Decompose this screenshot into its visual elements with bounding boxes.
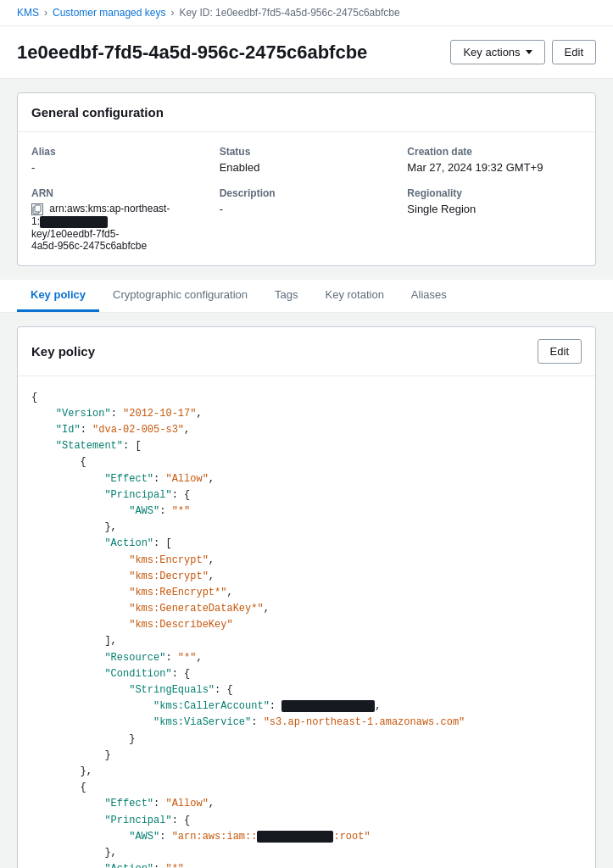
breadcrumb-kms[interactable]: KMS <box>17 7 39 19</box>
alias-value: - <box>31 161 206 174</box>
description-label: Description <box>220 187 394 199</box>
arn-field: ARN arn:aws:kms:ap-northeast- 1: key/1e0… <box>31 187 206 252</box>
arn-label: ARN <box>31 187 206 199</box>
page-header: 1e0eedbf-7fd5-4a5d-956c-2475c6abfcbe Key… <box>0 26 613 79</box>
status-label: Status <box>220 146 394 158</box>
tab-key-rotation[interactable]: Key rotation <box>311 280 397 312</box>
breadcrumb-current: Key ID: 1e0eedbf-7fd5-4a5d-956c-2475c6ab… <box>179 7 399 19</box>
arn-prefix: arn:aws:kms:ap-northeast- <box>49 203 170 214</box>
breadcrumb-sep-2: › <box>170 7 174 19</box>
key-actions-label: Key actions <box>463 46 520 58</box>
title-actions: Key actions Edit <box>450 40 596 64</box>
tab-key-policy[interactable]: Key policy <box>17 280 99 312</box>
key-policy-section: Key policy Edit { "Version": "2012-10-17… <box>17 326 596 868</box>
alias-label: Alias <box>31 146 206 158</box>
tab-aliases[interactable]: Aliases <box>398 280 460 312</box>
arn-redacted <box>40 216 108 228</box>
regionality-label: Regionality <box>407 187 582 199</box>
tabs-bar: Key policy Cryptographic configuration T… <box>0 280 613 313</box>
regionality-field: Regionality Single Region <box>407 187 582 252</box>
general-config-grid: Alias - Status Enabled Creation date Mar… <box>18 132 595 265</box>
arn-middle: 1: <box>31 215 40 227</box>
tab-cryptographic-configuration[interactable]: Cryptographic configuration <box>99 280 261 312</box>
key-policy-title: Key policy <box>31 344 95 359</box>
alias-field: Alias - <box>31 146 206 174</box>
svg-rect-1 <box>35 205 41 212</box>
page-title: 1e0eedbf-7fd5-4a5d-956c-2475c6abfcbe <box>17 42 367 64</box>
breadcrumb-customer-managed[interactable]: Customer managed keys <box>53 7 165 19</box>
tab-tags[interactable]: Tags <box>261 280 311 312</box>
breadcrumb-sep-1: › <box>44 7 47 19</box>
edit-button-policy[interactable]: Edit <box>538 339 582 364</box>
creation-date-value: Mar 27, 2024 19:32 GMT+9 <box>407 161 582 174</box>
creation-date-field: Creation date Mar 27, 2024 19:32 GMT+9 <box>407 146 582 174</box>
arn-suffix: key/1e0eedbf-7fd5- <box>31 228 119 240</box>
key-policy-code: { "Version": "2012-10-17", "Id": "dva-02… <box>18 376 595 868</box>
edit-button-header[interactable]: Edit <box>552 40 596 64</box>
general-configuration-title: General configuration <box>18 93 595 132</box>
arn-suffix2: 4a5d-956c-2475c6abfcbe <box>31 240 147 252</box>
key-actions-button[interactable]: Key actions <box>450 40 544 64</box>
creation-date-label: Creation date <box>407 146 582 158</box>
breadcrumb: KMS › Customer managed keys › Key ID: 1e… <box>0 0 613 26</box>
description-field: Description - <box>220 187 394 252</box>
arrow-down-icon <box>526 50 532 54</box>
status-field: Status Enabled <box>220 146 394 174</box>
arn-value: arn:aws:kms:ap-northeast- 1: key/1e0eedb… <box>31 203 206 252</box>
general-configuration-card: General configuration Alias - Status Ena… <box>17 92 596 266</box>
regionality-value: Single Region <box>407 203 582 215</box>
status-value: Enabled <box>220 161 394 174</box>
key-policy-header: Key policy Edit <box>18 327 595 376</box>
copy-icon[interactable] <box>31 203 43 215</box>
description-value: - <box>220 203 394 215</box>
